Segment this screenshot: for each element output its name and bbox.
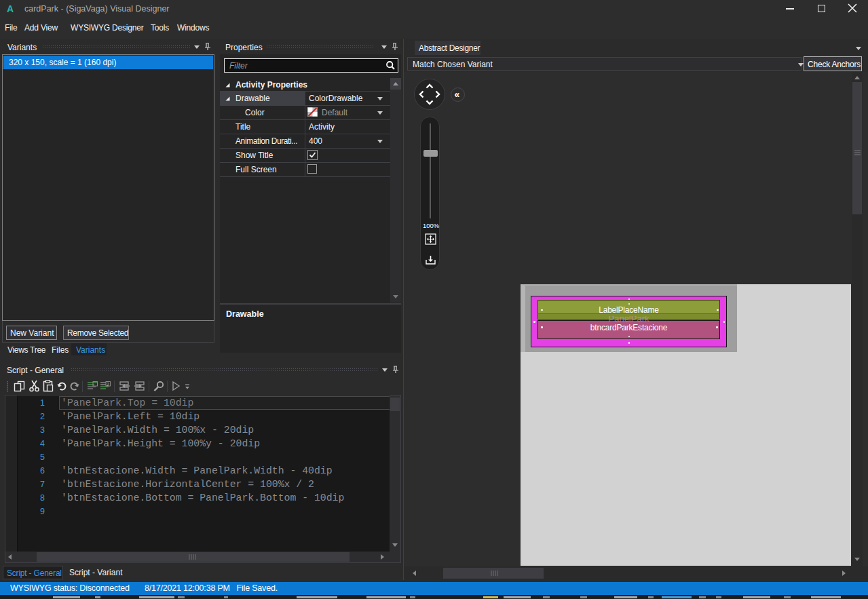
svg-text:2: 2 <box>107 382 109 387</box>
